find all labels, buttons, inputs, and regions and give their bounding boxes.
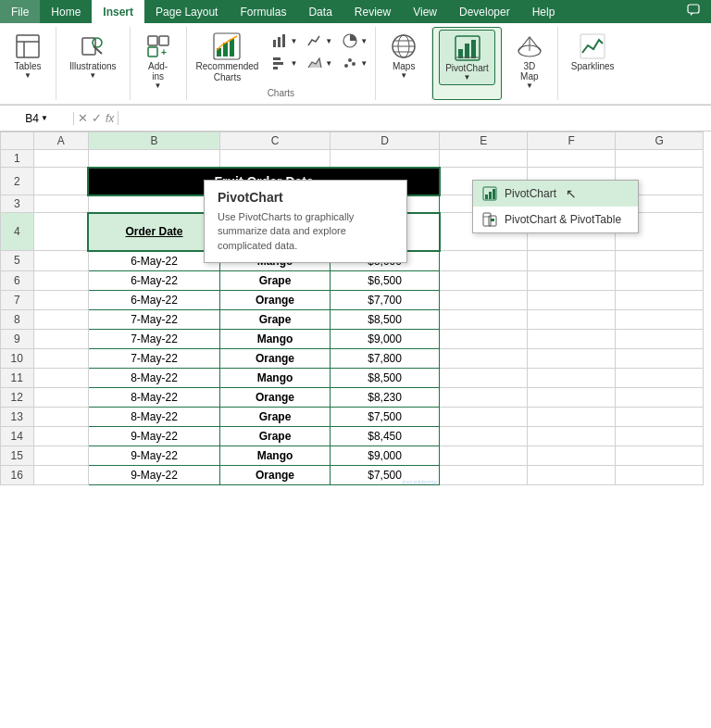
tab-review[interactable]: Review xyxy=(343,0,402,23)
col-header-a[interactable]: A xyxy=(33,132,88,150)
maps-label: Maps xyxy=(393,61,415,71)
tab-developer[interactable]: Developer xyxy=(448,0,521,23)
tab-chat-icon[interactable] xyxy=(676,0,711,23)
tables-button[interactable]: Tables ▼ xyxy=(7,29,48,82)
area-chart-button[interactable]: ▼ xyxy=(303,53,336,73)
scatter-chart-button[interactable]: ▼ xyxy=(338,53,371,73)
cell-e1[interactable] xyxy=(440,150,528,168)
row-header-5: 5 xyxy=(1,251,34,271)
cell-a4[interactable] xyxy=(33,213,88,251)
table-row: 11 8-May-22 Mango $8,500 xyxy=(1,368,704,387)
svg-rect-39 xyxy=(485,195,488,199)
pivotchart-button[interactable]: PivotChart ▼ xyxy=(439,30,495,85)
svg-point-24 xyxy=(352,62,356,66)
svg-rect-0 xyxy=(688,5,699,13)
maps-button[interactable]: Maps ▼ xyxy=(383,29,424,82)
formula-cancel-icon[interactable]: ✕ xyxy=(78,111,88,125)
svg-rect-14 xyxy=(230,39,234,56)
tab-insert[interactable]: Insert xyxy=(92,0,144,23)
sparklines-button[interactable]: Sparklines xyxy=(566,29,620,74)
recommended-charts-button[interactable]: RecommendedCharts xyxy=(191,29,265,86)
col-header-f[interactable]: F xyxy=(528,132,616,150)
maps-arrow: ▼ xyxy=(400,71,407,80)
pivotchart-label: PivotChart xyxy=(445,63,489,73)
dropdown-item-pivotchart-label: PivotChart xyxy=(505,187,556,200)
cell-g1[interactable] xyxy=(616,150,704,168)
3dmap-icon xyxy=(515,31,544,61)
table-icon xyxy=(13,31,43,61)
col-header-g[interactable]: G xyxy=(616,132,704,150)
svg-rect-7 xyxy=(148,36,157,45)
row-header-13: 13 xyxy=(1,407,34,426)
row-header-9: 9 xyxy=(1,329,34,348)
cell-a1[interactable] xyxy=(33,150,88,168)
pivotchart-item-icon xyxy=(482,186,497,201)
svg-rect-21 xyxy=(273,67,278,69)
formula-confirm-icon[interactable]: ✓ xyxy=(92,111,102,125)
col-header-d[interactable]: D xyxy=(330,132,440,150)
row-header-2: 2 xyxy=(1,168,34,195)
svg-rect-41 xyxy=(493,189,495,199)
svg-rect-15 xyxy=(273,40,276,47)
addins-button[interactable]: + Add-ins ▼ xyxy=(138,29,179,93)
svg-rect-17 xyxy=(282,34,285,47)
tab-help[interactable]: Help xyxy=(521,0,567,23)
cell-d1[interactable] xyxy=(330,150,440,168)
tab-formulas[interactable]: Formulas xyxy=(229,0,297,23)
illustrations-arrow: ▼ xyxy=(89,71,96,80)
formula-bar: B4 ▼ ✕ ✓ fx xyxy=(0,106,711,132)
illustrations-button[interactable]: Illustrations ▼ xyxy=(64,29,122,82)
row-header-14: 14 xyxy=(1,426,34,446)
cell-c1[interactable] xyxy=(220,150,331,168)
svg-rect-8 xyxy=(159,36,168,45)
row-header-6: 6 xyxy=(1,270,34,290)
cell-f1[interactable] xyxy=(528,150,616,168)
table-row: 13 8-May-22 Grape $7,500 xyxy=(1,407,704,426)
illustrations-icon xyxy=(78,31,107,61)
tab-home[interactable]: Home xyxy=(40,0,92,23)
cell-a3[interactable] xyxy=(33,195,88,213)
column-chart-button[interactable]: ▼ xyxy=(268,31,301,51)
3dmap-arrow: ▼ xyxy=(526,82,533,90)
line-chart-button[interactable]: ▼ xyxy=(303,31,336,51)
table-row: 16 9-May-22 Orange $7,500 exceldemy xyxy=(1,465,704,484)
tooltip-title: PivotChart xyxy=(218,190,393,205)
bar-chart-button[interactable]: ▼ xyxy=(268,53,301,73)
col-header-e[interactable]: E xyxy=(440,132,528,150)
pie-chart-button[interactable]: ▼ xyxy=(338,31,371,51)
watermark: exceldemy xyxy=(402,478,437,485)
row-header-11: 11 xyxy=(1,368,34,387)
row-header-7: 7 xyxy=(1,290,34,309)
tab-file[interactable]: File xyxy=(0,0,40,23)
dropdown-item-pivotchart-table[interactable]: PivotChart & PivotTable xyxy=(473,207,638,232)
col-header-row: A B C D E F G xyxy=(1,132,704,150)
cell-b3[interactable] xyxy=(88,195,219,213)
row-header-12: 12 xyxy=(1,387,34,407)
pivotchart-dropdown: PivotChart ↖ PivotChart & PivotTable xyxy=(472,180,639,233)
row-header-16: 16 xyxy=(1,465,34,484)
formula-fx-icon[interactable]: fx xyxy=(106,112,114,125)
tab-view[interactable]: View xyxy=(402,0,448,23)
addins-icon: + xyxy=(143,31,173,61)
svg-point-22 xyxy=(344,64,348,68)
charts-group-label: Charts xyxy=(268,86,294,98)
ribbon-group-tables: Tables ▼ xyxy=(0,27,56,100)
table-row: 6 6-May-22 Grape $6,500 xyxy=(1,270,704,290)
tab-data[interactable]: Data xyxy=(297,0,343,23)
cell-a2[interactable] xyxy=(33,168,88,195)
tab-page-layout[interactable]: Page Layout xyxy=(144,0,229,23)
cell-b1[interactable] xyxy=(88,150,219,168)
tooltip-description: Use PivotCharts to graphically summarize… xyxy=(218,210,393,253)
cell-ref-arrow: ▼ xyxy=(41,114,48,122)
col-header-b[interactable]: B xyxy=(88,132,219,150)
3dmap-button[interactable]: 3DMap ▼ xyxy=(509,29,550,93)
ribbon-tab-bar: File Home Insert Page Layout Formulas Da… xyxy=(0,0,711,23)
col-header-c[interactable]: C xyxy=(220,132,331,150)
table-row: 12 8-May-22 Orange $8,230 xyxy=(1,387,704,407)
dropdown-item-pivotchart-table-label: PivotChart & PivotTable xyxy=(505,213,621,226)
table-row: 15 9-May-22 Mango $9,000 xyxy=(1,446,704,465)
cell-b4-header[interactable]: Order Date xyxy=(88,213,219,251)
dropdown-item-pivotchart[interactable]: PivotChart ↖ xyxy=(473,181,638,207)
corner-cell xyxy=(1,132,34,150)
svg-rect-45 xyxy=(491,219,494,221)
